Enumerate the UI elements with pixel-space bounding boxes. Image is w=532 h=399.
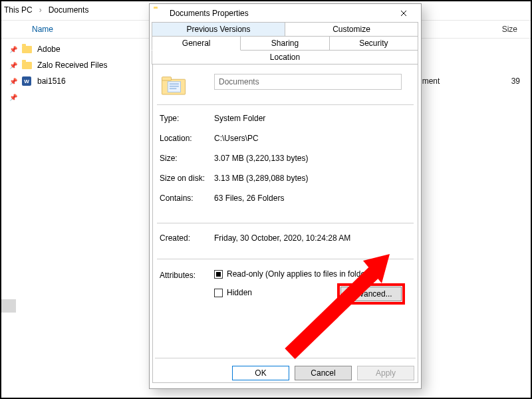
value-size-on-disk: 3.13 MB (3,289,088 bytes) [214,174,308,183]
pin-icon: 📌 [9,46,17,53]
file-meta-peek: cument 39 [414,41,520,89]
svg-rect-4 [170,86,179,87]
word-document-icon: W [21,76,32,86]
column-header-name[interactable]: Name [32,25,53,34]
value-location: C:\Users\PC [214,134,259,143]
label-attributes: Attributes: [160,271,196,280]
pin-icon: 📌 [9,78,17,85]
value-created: Friday, 30 October, 2020, 10:24:28 AM [214,233,350,243]
dialog-titlebar[interactable]: Documents Properties [150,4,421,23]
checkbox-hidden[interactable]: Hidden [214,288,252,297]
label-size-on-disk: Size on disk: [160,174,205,183]
screenshot-frame: This PC › Documents Name Size 📌 Adobe 📌 … [0,0,532,399]
divider [157,104,414,105]
divider [157,223,414,223]
checkbox-readonly[interactable]: Read-only (Only applies to files in fold… [214,269,370,279]
column-header-size[interactable]: Size [502,25,517,34]
folder-icon [21,44,32,55]
label-type: Type: [160,114,179,123]
chevron-right-icon: › [39,5,42,15]
ok-button[interactable]: OK [232,366,289,380]
file-size-fragment: 39 [511,76,520,86]
checkbox-hidden-label: Hidden [227,288,252,297]
breadcrumb-item[interactable]: This PC [4,5,33,15]
tab-panel-general: Type: System Folder Location: C:\Users\P… [152,64,418,383]
folder-icon [154,9,164,18]
pin-icon: 📌 [9,94,17,101]
breadcrumb-item[interactable]: Documents [49,5,89,15]
file-name: bai1516 [37,76,66,86]
tab-customize[interactable]: Customize [285,22,418,37]
tab-strip: Previous Versions Customize General Shar… [150,23,421,65]
label-size: Size: [160,154,178,163]
value-type: System Folder [214,114,265,123]
file-name: Zalo Received Files [37,61,107,70]
tab-general[interactable]: General [152,36,241,51]
value-contains: 63 Files, 26 Folders [214,194,284,203]
svg-rect-3 [170,83,179,84]
properties-dialog: Documents Properties Previous Versions C… [149,3,422,389]
file-name: Adobe [37,45,61,54]
cancel-button[interactable]: Cancel [295,366,352,380]
apply-button[interactable]: Apply [357,366,414,380]
checkbox-icon [214,289,223,297]
tab-previous-versions[interactable]: Previous Versions [152,22,285,37]
tab-sharing[interactable]: Sharing [240,36,329,51]
advanced-button[interactable]: Advanced... [340,287,402,301]
folder-icon [21,60,32,70]
label-location: Location: [160,134,192,143]
tab-security[interactable]: Security [329,36,418,51]
svg-rect-1 [162,77,172,80]
pin-icon: 📌 [9,62,17,69]
label-contains: Contains: [160,194,194,203]
checkbox-icon [214,270,223,279]
divider [157,259,414,259]
tab-location[interactable]: Location [152,50,418,65]
folder-name-input[interactable] [214,74,402,90]
close-icon [400,10,407,17]
dialog-footer: OK Cancel Apply [150,358,421,388]
breadcrumb[interactable]: This PC › Documents [4,5,88,15]
close-button[interactable] [390,5,417,21]
checkbox-readonly-label: Read-only (Only applies to files in fold… [227,269,370,279]
value-size: 3.07 MB (3,220,133 bytes) [214,154,308,163]
dialog-title: Documents Properties [170,9,249,18]
label-created: Created: [160,233,190,243]
folder-large-icon [160,71,188,99]
selection-indicator [1,299,16,313]
svg-rect-5 [170,88,177,89]
divider [155,358,416,358]
